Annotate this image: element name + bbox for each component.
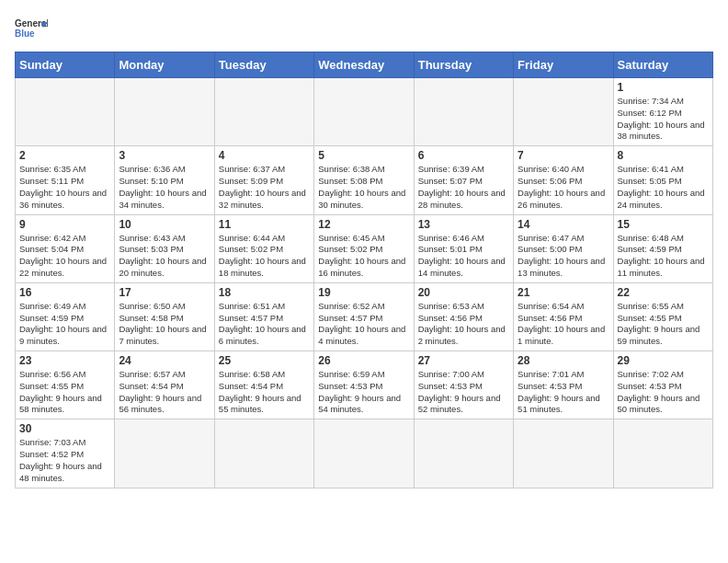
- calendar-cell: 6Sunrise: 6:39 AM Sunset: 5:07 PM Daylig…: [414, 146, 513, 214]
- weekday-header-row: SundayMondayTuesdayWednesdayThursdayFrid…: [16, 52, 713, 78]
- calendar-cell: 21Sunrise: 6:54 AM Sunset: 4:56 PM Dayli…: [514, 282, 613, 350]
- calendar-cell: 24Sunrise: 6:57 AM Sunset: 4:54 PM Dayli…: [115, 351, 214, 419]
- day-number: 10: [119, 218, 210, 231]
- calendar-cell: [214, 419, 313, 488]
- day-info: Sunrise: 6:37 AM Sunset: 5:09 PM Dayligh…: [219, 164, 310, 211]
- day-number: 14: [518, 218, 609, 231]
- day-number: 17: [119, 286, 210, 299]
- day-info: Sunrise: 6:36 AM Sunset: 5:10 PM Dayligh…: [119, 164, 210, 211]
- calendar-week-row: 16Sunrise: 6:49 AM Sunset: 4:59 PM Dayli…: [16, 282, 713, 350]
- day-number: 27: [418, 354, 509, 367]
- day-number: 18: [219, 286, 310, 299]
- day-number: 19: [318, 286, 409, 299]
- calendar-cell: 11Sunrise: 6:44 AM Sunset: 5:02 PM Dayli…: [214, 214, 313, 282]
- calendar-cell: [16, 78, 115, 146]
- weekday-header-friday: Friday: [514, 52, 613, 78]
- day-info: Sunrise: 7:34 AM Sunset: 6:12 PM Dayligh…: [618, 96, 709, 143]
- calendar-week-row: 23Sunrise: 6:56 AM Sunset: 4:55 PM Dayli…: [16, 351, 713, 419]
- calendar-cell: 23Sunrise: 6:56 AM Sunset: 4:55 PM Dayli…: [16, 351, 115, 419]
- calendar-cell: 22Sunrise: 6:55 AM Sunset: 4:55 PM Dayli…: [613, 282, 712, 350]
- calendar-cell: [314, 78, 414, 146]
- calendar-cell: [514, 419, 613, 488]
- day-number: 9: [19, 218, 110, 231]
- header: General Blue: [15, 15, 713, 40]
- calendar-cell: 18Sunrise: 6:51 AM Sunset: 4:57 PM Dayli…: [214, 282, 313, 350]
- day-info: Sunrise: 6:42 AM Sunset: 5:04 PM Dayligh…: [19, 233, 110, 280]
- day-number: 12: [318, 218, 409, 231]
- calendar-cell: 8Sunrise: 6:41 AM Sunset: 5:05 PM Daylig…: [613, 146, 712, 214]
- calendar-cell: 20Sunrise: 6:53 AM Sunset: 4:56 PM Dayli…: [414, 282, 513, 350]
- day-info: Sunrise: 6:43 AM Sunset: 5:03 PM Dayligh…: [119, 233, 210, 280]
- calendar-cell: [214, 78, 313, 146]
- day-number: 3: [119, 149, 210, 162]
- day-info: Sunrise: 6:45 AM Sunset: 5:02 PM Dayligh…: [318, 233, 409, 280]
- calendar-cell: 12Sunrise: 6:45 AM Sunset: 5:02 PM Dayli…: [314, 214, 414, 282]
- day-info: Sunrise: 6:58 AM Sunset: 4:54 PM Dayligh…: [219, 369, 310, 416]
- calendar-cell: 17Sunrise: 6:50 AM Sunset: 4:58 PM Dayli…: [115, 282, 214, 350]
- calendar-week-row: 1Sunrise: 7:34 AM Sunset: 6:12 PM Daylig…: [16, 78, 713, 146]
- day-info: Sunrise: 6:35 AM Sunset: 5:11 PM Dayligh…: [19, 164, 110, 211]
- day-info: Sunrise: 6:39 AM Sunset: 5:07 PM Dayligh…: [418, 164, 509, 211]
- day-number: 8: [618, 149, 709, 162]
- day-number: 25: [219, 354, 310, 367]
- calendar-cell: [514, 78, 613, 146]
- logo: General Blue: [15, 15, 48, 40]
- day-info: Sunrise: 6:49 AM Sunset: 4:59 PM Dayligh…: [19, 301, 110, 348]
- day-info: Sunrise: 6:53 AM Sunset: 4:56 PM Dayligh…: [418, 301, 509, 348]
- calendar-cell: 29Sunrise: 7:02 AM Sunset: 4:53 PM Dayli…: [613, 351, 712, 419]
- calendar-cell: 1Sunrise: 7:34 AM Sunset: 6:12 PM Daylig…: [613, 78, 712, 146]
- calendar-cell: 14Sunrise: 6:47 AM Sunset: 5:00 PM Dayli…: [514, 214, 613, 282]
- weekday-header-sunday: Sunday: [16, 52, 115, 78]
- day-number: 29: [618, 354, 709, 367]
- calendar-cell: 25Sunrise: 6:58 AM Sunset: 4:54 PM Dayli…: [214, 351, 313, 419]
- day-info: Sunrise: 6:46 AM Sunset: 5:01 PM Dayligh…: [418, 233, 509, 280]
- calendar-cell: 3Sunrise: 6:36 AM Sunset: 5:10 PM Daylig…: [115, 146, 214, 214]
- day-number: 7: [518, 149, 609, 162]
- day-number: 5: [318, 149, 409, 162]
- calendar-cell: 28Sunrise: 7:01 AM Sunset: 4:53 PM Dayli…: [514, 351, 613, 419]
- calendar-cell: [613, 419, 712, 488]
- day-info: Sunrise: 6:51 AM Sunset: 4:57 PM Dayligh…: [219, 301, 310, 348]
- calendar-cell: 5Sunrise: 6:38 AM Sunset: 5:08 PM Daylig…: [314, 146, 414, 214]
- calendar-cell: [115, 419, 214, 488]
- day-number: 24: [119, 354, 210, 367]
- day-info: Sunrise: 6:55 AM Sunset: 4:55 PM Dayligh…: [618, 301, 709, 348]
- day-info: Sunrise: 6:59 AM Sunset: 4:53 PM Dayligh…: [318, 369, 409, 416]
- day-info: Sunrise: 7:02 AM Sunset: 4:53 PM Dayligh…: [618, 369, 709, 416]
- day-info: Sunrise: 7:00 AM Sunset: 4:53 PM Dayligh…: [418, 369, 509, 416]
- calendar-cell: 16Sunrise: 6:49 AM Sunset: 4:59 PM Dayli…: [16, 282, 115, 350]
- day-number: 30: [19, 422, 110, 435]
- day-info: Sunrise: 6:44 AM Sunset: 5:02 PM Dayligh…: [219, 233, 310, 280]
- calendar-week-row: 2Sunrise: 6:35 AM Sunset: 5:11 PM Daylig…: [16, 146, 713, 214]
- day-number: 26: [318, 354, 409, 367]
- day-number: 16: [19, 286, 110, 299]
- calendar-cell: 4Sunrise: 6:37 AM Sunset: 5:09 PM Daylig…: [214, 146, 313, 214]
- weekday-header-thursday: Thursday: [414, 52, 513, 78]
- weekday-header-wednesday: Wednesday: [314, 52, 414, 78]
- calendar-cell: 15Sunrise: 6:48 AM Sunset: 4:59 PM Dayli…: [613, 214, 712, 282]
- day-number: 20: [418, 286, 509, 299]
- day-number: 15: [618, 218, 709, 231]
- calendar-cell: [414, 78, 513, 146]
- calendar-cell: 9Sunrise: 6:42 AM Sunset: 5:04 PM Daylig…: [16, 214, 115, 282]
- day-info: Sunrise: 6:41 AM Sunset: 5:05 PM Dayligh…: [618, 164, 709, 211]
- calendar-cell: [414, 419, 513, 488]
- weekday-header-tuesday: Tuesday: [214, 52, 313, 78]
- calendar-cell: 10Sunrise: 6:43 AM Sunset: 5:03 PM Dayli…: [115, 214, 214, 282]
- day-number: 13: [418, 218, 509, 231]
- calendar-cell: [314, 419, 414, 488]
- day-number: 2: [19, 149, 110, 162]
- day-info: Sunrise: 6:57 AM Sunset: 4:54 PM Dayligh…: [119, 369, 210, 416]
- generalblue-logo-icon: General Blue: [15, 15, 48, 40]
- day-number: 6: [418, 149, 509, 162]
- day-number: 21: [518, 286, 609, 299]
- weekday-header-monday: Monday: [115, 52, 214, 78]
- calendar-cell: 26Sunrise: 6:59 AM Sunset: 4:53 PM Dayli…: [314, 351, 414, 419]
- day-number: 1: [618, 81, 709, 94]
- svg-text:Blue: Blue: [15, 29, 35, 39]
- calendar-cell: [115, 78, 214, 146]
- day-info: Sunrise: 6:47 AM Sunset: 5:00 PM Dayligh…: [518, 233, 609, 280]
- day-info: Sunrise: 6:52 AM Sunset: 4:57 PM Dayligh…: [318, 301, 409, 348]
- calendar-cell: 7Sunrise: 6:40 AM Sunset: 5:06 PM Daylig…: [514, 146, 613, 214]
- calendar-cell: 13Sunrise: 6:46 AM Sunset: 5:01 PM Dayli…: [414, 214, 513, 282]
